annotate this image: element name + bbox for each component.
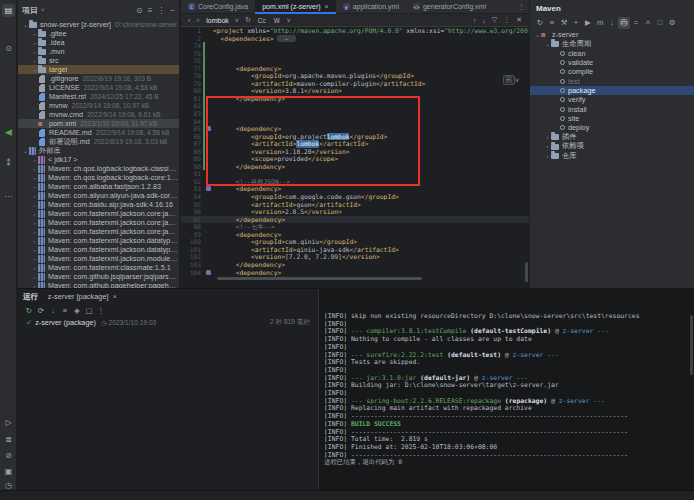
code-line[interactable]: 100 <groupId>com.qiniu</groupId> xyxy=(181,238,529,246)
folded-region-chip[interactable]: … xyxy=(277,35,296,42)
code-line[interactable]: 99 <dependency> xyxy=(181,231,529,239)
chevron-right-icon[interactable]: › xyxy=(31,220,38,226)
more-icon[interactable]: ⋮ xyxy=(157,6,165,15)
chevron-right-icon[interactable]: › xyxy=(31,175,38,181)
code-line[interactable]: 74 xyxy=(181,42,529,50)
chevron-right-icon[interactable]: › xyxy=(31,58,38,64)
tab-application-yml[interactable]: yapplication.yml xyxy=(336,0,406,14)
search-input[interactable]: lombok xyxy=(206,17,229,24)
maven-goal-deploy[interactable]: deploy xyxy=(530,123,694,132)
chevron-right-icon[interactable]: › xyxy=(544,143,551,149)
maven-lifecycle-item[interactable]: ⌄生命周期 xyxy=(530,39,694,48)
rerun-icon[interactable]: ↻ xyxy=(23,306,35,315)
tree-item[interactable]: ›Maven: com.fasterxml.jackson.datatype:j… xyxy=(18,236,179,245)
maven-goal-compile[interactable]: compile xyxy=(530,67,694,76)
code-line[interactable]: 86 <groupId>org.projectlombok</groupId> xyxy=(181,133,529,141)
code-line[interactable]: 81 </dependency> xyxy=(181,95,529,103)
settings-icon[interactable]: ⚙ xyxy=(666,17,678,29)
code-line[interactable]: 98 <!--七牛--> xyxy=(181,223,529,231)
maven-goal-install[interactable]: install xyxy=(530,104,694,113)
tree-item[interactable]: LICENSE2022/9/14 19:08, 4.58 kB xyxy=(18,83,179,92)
chevron-down-icon[interactable]: ˅ xyxy=(41,7,45,13)
tree-item[interactable]: ›Maven: com.fasterxml.jackson.module:jac… xyxy=(18,254,179,263)
tree-item[interactable]: ›.idea xyxy=(18,38,179,47)
maven-goal-validate[interactable]: validate xyxy=(530,58,694,67)
code-line[interactable]: 103 </dependency> xyxy=(181,261,529,269)
code-line[interactable]: 104 <dependency> xyxy=(181,269,529,277)
code-line[interactable]: 88 <version>1.18.20</version> xyxy=(181,148,529,156)
chevron-down-icon[interactable]: ⌄ xyxy=(22,21,29,28)
code-line[interactable]: 76 xyxy=(181,57,529,65)
code-line[interactable]: 85 <dependency> xyxy=(181,125,529,133)
collapse-all-icon[interactable]: □ xyxy=(654,17,666,29)
sync-icon[interactable]: ↻ xyxy=(534,17,546,29)
more-tools-icon[interactable]: ⋯ xyxy=(2,190,15,203)
run-tab[interactable]: m z-server [package] × xyxy=(48,292,117,301)
code-line[interactable]: 90 </dependency> xyxy=(181,163,529,171)
chevron-right-icon[interactable]: › xyxy=(31,67,38,73)
tree-item[interactable]: ›.mvn xyxy=(18,47,179,56)
chevron-right-icon[interactable]: › xyxy=(31,166,38,172)
maven-folder-item[interactable]: ›依赖项 xyxy=(530,142,694,151)
tab-generatorconfig-xml[interactable]: <>generatorConfig.xml xyxy=(406,0,493,14)
maven-gutter-icon[interactable] xyxy=(206,186,211,191)
execute-icon[interactable]: ⓜ xyxy=(618,17,630,29)
refresh-icon[interactable]: ⟳ xyxy=(35,306,47,315)
prev-match-icon[interactable]: ↑ xyxy=(473,17,477,24)
match-case-toggle[interactable]: Cc xyxy=(256,17,268,24)
tree-item[interactable]: ›Maven: com.baidu.aip:java-sdk:4.16.16 xyxy=(18,200,179,209)
code-line[interactable]: 96 <version>2.8.5</version> xyxy=(181,208,529,216)
expand-icon[interactable]: ˄ xyxy=(642,17,654,29)
tree-item[interactable]: ›Maven: com.fasterxml.jackson.core:jacks… xyxy=(18,227,179,236)
code-line[interactable]: 93 <dependency> xyxy=(181,185,529,193)
tree-item[interactable]: ›Maven: ch.qos.logback:logback-classic:1… xyxy=(18,164,179,173)
search-history-caret-icon[interactable]: ˅ xyxy=(235,17,239,24)
code-line[interactable]: 91 xyxy=(181,170,529,178)
chevron-down-icon[interactable]: ⌄ xyxy=(534,31,541,38)
chevron-right-icon[interactable]: › xyxy=(544,153,551,159)
tree-item[interactable]: ›< jdk17 > xyxy=(18,155,179,164)
tree-item[interactable]: 部署说明.md2022/8/19 19:16, 3.03 kB xyxy=(18,137,179,146)
maven-gutter-icon[interactable] xyxy=(206,126,211,131)
tree-item[interactable]: ›Maven: com.aliyun:aliyun-java-sdk-core:… xyxy=(18,191,179,200)
maven-gutter-icon[interactable] xyxy=(206,270,211,275)
project-tool-icon[interactable]: ▤ xyxy=(2,4,15,17)
scroll-to-end-icon[interactable]: ◈ xyxy=(71,306,83,315)
back-icon[interactable]: ‹ xyxy=(188,17,190,24)
console-scrollbar[interactable] xyxy=(690,315,693,375)
pull-requests-icon[interactable]: ◀ xyxy=(2,125,15,138)
tree-item[interactable]: ›target xyxy=(18,65,179,74)
tree-item[interactable]: .gitignore2022/8/19 19:16, 303 B xyxy=(18,74,179,83)
run-tool-icon[interactable]: ▷ xyxy=(2,416,15,429)
services-tool-icon[interactable]: ▣ xyxy=(2,465,15,478)
whole-words-toggle[interactable]: W xyxy=(272,17,282,24)
code-line[interactable]: 80 <version>3.8.1</version> xyxy=(181,87,529,95)
download-icon[interactable]: ↓ xyxy=(47,306,59,315)
filter-icon[interactable]: ▽ xyxy=(492,16,497,24)
tree-item[interactable]: mvnw.cmd2022/9/14 19:08, 6.61 kB xyxy=(18,110,179,119)
code-editor[interactable]: ⎘ ˅ 1<project xmlns="http://maven.apache… xyxy=(181,27,529,282)
chevron-right-icon[interactable]: › xyxy=(31,31,38,37)
tree-item[interactable]: ›Maven: com.fasterxml.jackson.core:jacks… xyxy=(18,209,179,218)
chevron-right-icon[interactable]: › xyxy=(31,40,38,46)
tabs-more-icon[interactable]: ⋮ xyxy=(493,3,529,11)
tree-item[interactable]: ›Maven: com.github.pagehelper:pagehelper… xyxy=(18,281,179,288)
chevron-right-icon[interactable]: › xyxy=(31,274,38,280)
maven-goal-verify[interactable]: verify xyxy=(530,95,694,104)
tree-item[interactable]: README.md2022/9/14 19:08, 4.58 kB xyxy=(18,128,179,137)
chevron-right-icon[interactable]: › xyxy=(31,265,38,271)
maven-goal-site[interactable]: site xyxy=(530,114,694,123)
chevron-right-icon[interactable]: › xyxy=(31,211,38,217)
next-match-icon[interactable]: ↓ xyxy=(482,17,486,24)
chevron-right-icon[interactable]: › xyxy=(31,247,38,253)
code-line[interactable]: 1<project xmlns="http://maven.apache.org… xyxy=(181,27,529,35)
maven-goal-test[interactable]: test xyxy=(530,76,694,85)
code-line[interactable]: 89 <scope>provided</scope> xyxy=(181,155,529,163)
code-line[interactable]: 87 <artifactId>lombok</artifactId> xyxy=(181,140,529,148)
refresh-icon[interactable]: ↻ xyxy=(245,16,251,24)
editor-horizontal-scrollbar[interactable] xyxy=(217,277,422,280)
tree-item[interactable]: ›Maven: com.fasterxml:classmate:1.5.1 xyxy=(18,263,179,272)
code-line[interactable]: 83 xyxy=(181,110,529,118)
tree-item[interactable]: ›Maven: com.github.jsqlparser:jsqlparser… xyxy=(18,272,179,281)
more-icon[interactable]: ⋮ xyxy=(95,306,107,315)
